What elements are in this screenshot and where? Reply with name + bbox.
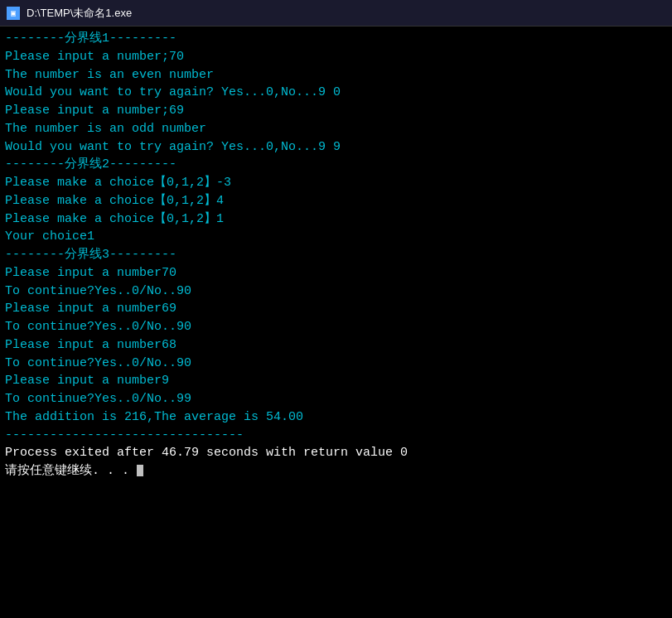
console-line: Your choice1 — [5, 228, 667, 246]
console-line: --------分界线3--------- — [5, 246, 667, 264]
app-icon: ▣ — [7, 7, 20, 20]
console-line: --------分界线1--------- — [5, 30, 667, 48]
console-line: To continue?Yes..0/No..90 — [5, 318, 667, 336]
icon-symbol: ▣ — [11, 8, 16, 18]
console-line: To continue?Yes..0/No..90 — [5, 282, 667, 301]
console-line: To continue?Yes..0/No..99 — [5, 390, 667, 408]
console-line: Please input a number;70 — [5, 48, 667, 66]
console-line: Please input a number69 — [5, 300, 667, 318]
console-line: Would you want to try again? Yes...0,No.… — [5, 84, 667, 102]
console-line: Please input a number68 — [5, 336, 667, 355]
console-line: 请按任意键继续. . . — [5, 462, 667, 480]
console-line: Please input a number70 — [5, 264, 667, 282]
console-line: Please input a number;69 — [5, 102, 667, 120]
console-line: Please make a choice【0,1,2】4 — [5, 192, 667, 210]
console-line: Process exited after 46.79 seconds with … — [5, 444, 667, 462]
console-text: 请按任意键继续. . . — [5, 464, 137, 478]
console-line: --------分界线2--------- — [5, 156, 667, 174]
console-line: Please make a choice【0,1,2】-3 — [5, 174, 667, 192]
window-container: ▣ D:\TEMP\未命名1.exe --------分界线1---------… — [0, 0, 672, 618]
cursor-blink — [137, 465, 143, 476]
console-line: -------------------------------- — [5, 427, 667, 445]
console-line: The number is an odd number — [5, 120, 667, 138]
console-line: Please make a choice【0,1,2】1 — [5, 210, 667, 229]
window-title: D:\TEMP\未命名1.exe — [27, 6, 132, 21]
console-line: The addition is 216,The average is 54.00 — [5, 408, 667, 427]
console-body: --------分界线1---------Please input a numb… — [0, 27, 672, 618]
console-line: Please input a number9 — [5, 372, 667, 390]
console-line: To continue?Yes..0/No..90 — [5, 355, 667, 373]
title-bar: ▣ D:\TEMP\未命名1.exe — [0, 0, 672, 27]
console-line: The number is an even number — [5, 66, 667, 84]
console-line: Would you want to try again? Yes...0,No.… — [5, 138, 667, 157]
